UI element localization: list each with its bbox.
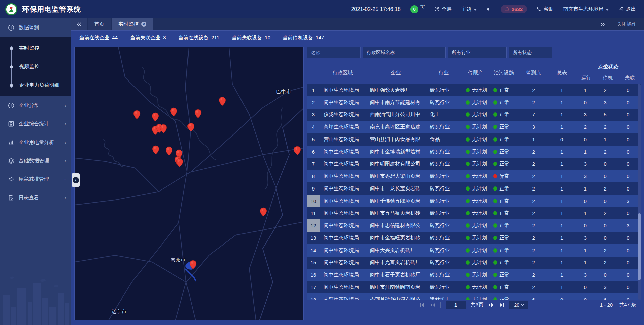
next-page-button[interactable]: [488, 303, 494, 307]
table-row[interactable]: 9阆中生态环境局阆中市二龙长宝页岩砖砖瓦行业无计划正常21120: [307, 182, 641, 195]
sidebar-subitem[interactable]: 视频监控: [0, 57, 71, 76]
table-row[interactable]: 11阆中生态环境局阆中市五马桥页岩机砖砖瓦行业无计划正常21120: [307, 207, 641, 220]
map-pin[interactable]: [187, 123, 195, 132]
cell-industry: 砖瓦行业: [426, 269, 462, 281]
stats-bar: 当前在线企业: 44当前失联企业: 3当前在线设备: 211当前失联设备: 10…: [79, 33, 324, 42]
table-row[interactable]: 6阆中生态环境局阆中市金博瑞新型墙材砖瓦行业无计划正常21120: [307, 146, 641, 158]
map-collapse-handle[interactable]: ‹: [72, 173, 80, 187]
tabs-scroll-right-button[interactable]: [600, 22, 605, 26]
column-subheader[interactable]: 失联: [619, 72, 641, 84]
table-row[interactable]: 13阆中生态环境局阆中市金福旺页岩机砖砖瓦行业无计划正常21300: [307, 232, 641, 244]
cell-region: 高坪生态环境局: [320, 121, 366, 133]
cell-lost: 0: [615, 133, 641, 146]
map-pin[interactable]: [165, 146, 173, 156]
table-row[interactable]: 15阆中生态环境局阆中市光富页岩机砖厂砖瓦行业无计划正常21120: [307, 257, 641, 269]
map-pin[interactable]: [189, 260, 197, 269]
theme-dropdown[interactable]: 主题: [461, 6, 477, 12]
page-number-input[interactable]: [446, 301, 466, 309]
cell-run: 3: [575, 232, 595, 244]
fullscreen-button[interactable]: 全屏: [434, 6, 452, 12]
cell-no: 18: [307, 293, 320, 300]
stat-item: 当前失联企业: 3: [130, 35, 166, 41]
scrollbar-thumb[interactable]: [638, 213, 641, 280]
table-row[interactable]: 14阆中生态环境局阆中大兴页岩机砖厂砖瓦行业无计划正常21120: [307, 244, 641, 257]
last-page-button[interactable]: [499, 303, 504, 307]
first-page-button[interactable]: [419, 303, 425, 307]
sidebar-item-enterprise-abnormal[interactable]: 企业异常‹: [0, 96, 71, 115]
tabs-scroll-left-button[interactable]: [71, 18, 87, 30]
table-row[interactable]: 4高坪生态环境局南充市高坪区王家店建砖瓦行业无计划正常31220: [307, 121, 641, 133]
map-pin[interactable]: [176, 158, 183, 167]
column-header[interactable]: 监测点: [519, 62, 549, 84]
sidebar-item-power-analysis[interactable]: 企业用电量分析‹: [0, 133, 71, 152]
map-pin[interactable]: [293, 146, 301, 155]
close-operations-button[interactable]: 关闭操作: [616, 21, 637, 28]
prev-page-button[interactable]: [430, 303, 435, 307]
sidebar-item-base-data[interactable]: 基础数据管理‹: [0, 152, 71, 170]
table-row[interactable]: 17阆中生态环境局阆中市江南镇阆南页岩砖瓦行业无计划正常21030: [307, 281, 641, 293]
table-row[interactable]: 2阆中生态环境局阆中市南方节能建材有砖瓦行业无计划正常21030: [307, 96, 641, 109]
megaphone-icon: [8, 176, 14, 183]
help-button[interactable]: 帮助: [536, 6, 554, 12]
map-pin[interactable]: [160, 124, 167, 133]
cell-facility: 正常: [489, 158, 519, 170]
table-row[interactable]: 8阆中生态环境局阆中市枣碧大梁山页岩砖瓦行业无计划异常21300: [307, 170, 641, 182]
sidebar-subitem[interactable]: 实时监控: [0, 39, 71, 57]
sidebar-item-data-monitor[interactable]: 数据监测ˇ: [0, 18, 71, 37]
cell-stop: 2: [595, 244, 615, 257]
map-pin[interactable]: [152, 112, 159, 122]
cell-region: 阆中生态环境局: [320, 146, 366, 158]
map-pin[interactable]: [133, 110, 141, 119]
mute-button[interactable]: [486, 7, 491, 12]
map-pin[interactable]: [260, 207, 267, 217]
logout-button[interactable]: 退出: [619, 6, 636, 12]
tab-实时监控[interactable]: 实时监控✕: [112, 18, 153, 30]
pagination-bar: 共3页 20 1 - 20 共47 条: [307, 300, 641, 311]
column-header[interactable]: 行政区域: [320, 62, 366, 84]
table-row[interactable]: 12阆中生态环境局阆中市忠信建材有限公砖瓦行业无计划正常21003: [307, 219, 641, 232]
notification-badge[interactable]: 2632: [501, 5, 527, 13]
column-header[interactable]: 行业: [426, 62, 462, 84]
phone-icon: [536, 7, 541, 12]
table-row[interactable]: 18南部生态环境局南部县砖华山河有限公建材加工无计划正常60060: [307, 293, 641, 300]
map-pin[interactable]: [219, 97, 226, 106]
column-subheader[interactable]: 停机: [597, 72, 619, 84]
org-dropdown[interactable]: 南充市生态环境局: [563, 6, 609, 12]
map-panel[interactable]: 巴中市南充市遂宁市: [74, 47, 304, 320]
column-header[interactable]: 停限产: [462, 62, 490, 84]
page-size-select[interactable]: 20: [509, 301, 528, 309]
table-row[interactable]: 10阆中生态环境局阆中千佛镇五郎垭页岩砖瓦行业无计划正常21003: [307, 195, 641, 207]
column-header[interactable]: 企业: [366, 62, 426, 84]
cell-company: 阆中大兴页岩机砖厂: [366, 244, 426, 257]
column-subheader[interactable]: 运行: [575, 72, 597, 84]
industry-select[interactable]: 所有行业ˆ: [448, 47, 507, 58]
column-header[interactable]: 治污设施: [489, 62, 519, 84]
map-pin[interactable]: [152, 145, 159, 155]
map-pin[interactable]: [194, 109, 202, 118]
region-select[interactable]: 行政区域名称ˆ: [363, 47, 446, 58]
table-row[interactable]: 16阆中生态环境局阆中市石子页岩机砖厂砖瓦行业无计划正常21300: [307, 269, 641, 281]
sidebar-item-emergency[interactable]: 应急减排管理‹: [0, 170, 71, 188]
status-dot-green: [466, 174, 470, 178]
map-pin[interactable]: [170, 107, 177, 117]
cell-lost: 0: [615, 182, 641, 195]
table-row[interactable]: 3仪陇生态环境局西南油气田分公司川中化工无计划正常71350: [307, 109, 641, 121]
cell-region: 阆中生态环境局: [320, 244, 366, 257]
sidebar-item-logs[interactable]: 日志查看‹: [0, 188, 71, 207]
stat-item: 当前在线企业: 44: [79, 35, 118, 41]
status-dot-green: [493, 186, 497, 191]
tab-close-icon[interactable]: ✕: [141, 22, 146, 27]
column-header[interactable]: 总表: [548, 62, 575, 84]
chevron-left-icon: ‹: [65, 177, 66, 182]
name-search-input[interactable]: [307, 47, 361, 58]
status-select[interactable]: 所有状态ˆ: [509, 47, 552, 58]
cell-points: 2: [519, 158, 549, 170]
tab-首页[interactable]: 首页: [88, 18, 111, 30]
sidebar-subitem[interactable]: 企业电力负荷明细: [0, 76, 71, 94]
cell-company: 阆中强锐页岩砖厂: [366, 84, 426, 96]
table-row[interactable]: 7阆中生态环境局阆中明阳建材有限公司砖瓦行业无计划正常21300: [307, 158, 641, 170]
sidebar-item-enterprise-stats[interactable]: 企业综合统计‹: [0, 115, 71, 133]
table-row[interactable]: 5营山生态环境局营山县润丰肉食品有限食品无计划正常10010: [307, 133, 641, 146]
prev-page-icon: [430, 303, 435, 307]
table-row[interactable]: 1阆中生态环境局阆中强锐页岩砖厂砖瓦行业无计划正常21120: [307, 84, 641, 96]
